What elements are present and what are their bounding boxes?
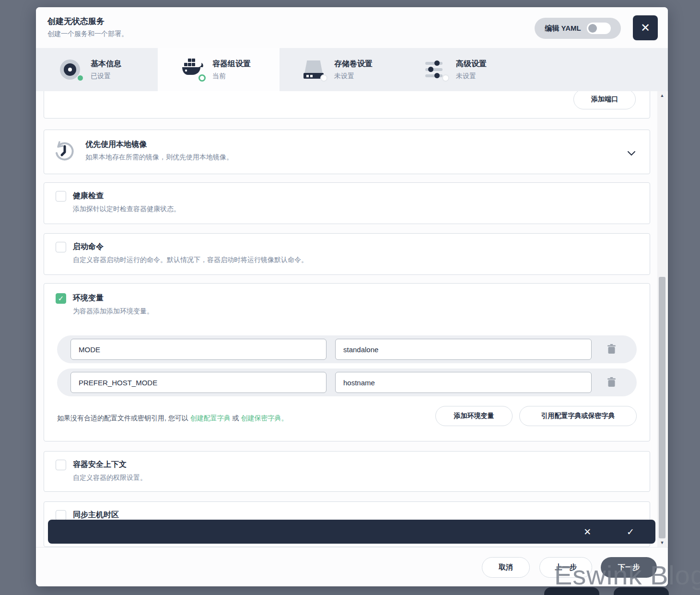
create-configmap-link[interactable]: 创建配置字典 — [190, 414, 231, 422]
confirm-edit-icon[interactable]: ✓ — [627, 526, 634, 537]
tab-status: 未设置 — [334, 72, 373, 81]
tab-status: 已设置 — [91, 72, 121, 81]
security-context-subtitle: 自定义容器的权限设置。 — [73, 474, 147, 482]
env-vars-checkbox[interactable]: ✓ — [56, 293, 66, 304]
tab-label: 基本信息 — [91, 59, 121, 69]
env-key-input[interactable] — [70, 372, 327, 393]
basic-info-icon — [60, 59, 82, 81]
page-subtitle: 创建一个服务和一个部署。 — [47, 30, 128, 38]
storage-icon — [303, 59, 326, 81]
scrollbar[interactable]: ▲ ▼ — [657, 91, 667, 547]
tab-basic-info[interactable]: 基本信息 已设置 — [36, 48, 158, 91]
scroll-down-arrow[interactable]: ▼ — [657, 540, 667, 545]
toggle-switch[interactable] — [587, 23, 611, 34]
security-context-card: 容器安全上下文 自定义容器的权限设置。 — [44, 451, 650, 492]
modal-content: 添加端口 优先使用本地镜像 如果本地存在所需的镜像，则优先使用本地镜像。 健康检… — [36, 91, 668, 547]
step-tabs: 基本信息 已设置 — [36, 48, 668, 91]
env-var-row — [57, 369, 637, 396]
tab-status: 未设置 — [456, 72, 487, 81]
start-command-title: 启动命令 — [73, 242, 104, 252]
docker-whale-icon — [182, 59, 204, 81]
local-image-title: 优先使用本地镜像 — [85, 140, 147, 150]
modal-footer: 取消 上一步 下一步 — [36, 547, 668, 586]
close-button[interactable]: ✕ — [633, 15, 658, 40]
step-pending-badge — [320, 74, 327, 82]
step-pending-badge — [442, 74, 449, 82]
cancel-button[interactable]: 取消 — [482, 557, 530, 578]
step-current-badge — [198, 74, 206, 82]
scroll-up-arrow[interactable]: ▲ — [657, 93, 667, 98]
next-step-button[interactable]: 下一步 — [601, 557, 657, 578]
add-env-var-label: 添加环境变量 — [454, 412, 494, 420]
env-value-input[interactable] — [335, 339, 592, 360]
tab-label: 高级设置 — [456, 59, 487, 69]
background-button-shape — [544, 587, 599, 595]
edit-yaml-label: 编辑 YAML — [545, 24, 581, 33]
create-stateless-service-modal: 创建无状态服务 创建一个服务和一个部署。 编辑 YAML ✕ 基本信息 已设置 — [36, 7, 668, 586]
toggle-knob — [588, 24, 597, 33]
check-icon: ✓ — [58, 294, 64, 303]
health-check-title: 健康检查 — [73, 191, 104, 201]
modal-header: 创建无状态服务 创建一个服务和一个部署。 编辑 YAML ✕ — [36, 7, 668, 48]
hint-or: 或 — [231, 414, 241, 422]
health-check-subtitle: 添加探针以定时检查容器健康状态。 — [73, 205, 180, 214]
add-port-label: 添加端口 — [591, 95, 618, 104]
ref-configmap-secret-label: 引用配置字典或保密字典 — [541, 412, 615, 420]
next-step-label: 下一步 — [618, 563, 640, 572]
step-done-badge — [77, 74, 84, 82]
local-image-card: 优先使用本地镜像 如果本地存在所需的镜像，则优先使用本地镜像。 — [44, 130, 650, 174]
edit-yaml-toggle[interactable]: 编辑 YAML — [535, 18, 621, 39]
env-vars-card: ✓ 环境变量 为容器添加添加环境变量。 — [44, 283, 650, 441]
env-value-input[interactable] — [335, 372, 592, 393]
sync-timezone-title: 同步主机时区 — [73, 510, 119, 520]
tab-label: 容器组设置 — [212, 59, 251, 69]
env-key-input[interactable] — [70, 339, 327, 360]
tab-volume-settings[interactable]: 存储卷设置 未设置 — [280, 48, 401, 91]
page-title: 创建无状态服务 — [47, 16, 105, 27]
background-button-shape — [614, 587, 669, 595]
scrollbar-thumb[interactable] — [659, 277, 665, 538]
sliders-icon — [425, 59, 447, 81]
ref-configmap-secret-button[interactable]: 引用配置字典或保密字典 — [519, 406, 637, 426]
tab-container-settings[interactable]: 容器组设置 当前 — [158, 48, 280, 91]
add-port-button[interactable]: 添加端口 — [573, 91, 636, 109]
edit-action-bar: ✕ ✓ — [48, 520, 655, 544]
trash-icon[interactable] — [607, 377, 616, 389]
tab-status: 当前 — [212, 72, 251, 81]
start-command-checkbox[interactable] — [56, 242, 66, 252]
hint-prefix: 如果没有合适的配置文件或密钥引用, 您可以 — [57, 414, 190, 422]
health-check-checkbox[interactable] — [56, 191, 66, 202]
start-command-card: 启动命令 自定义容器启动时运行的命令。默认情况下，容器启动时将运行镜像默认命令。 — [44, 233, 650, 275]
env-vars-title: 环境变量 — [73, 293, 104, 303]
start-command-subtitle: 自定义容器启动时运行的命令。默认情况下，容器启动时将运行镜像默认命令。 — [73, 256, 308, 264]
create-secret-link[interactable]: 创建保密字典。 — [241, 414, 288, 422]
sync-timezone-checkbox[interactable] — [56, 510, 66, 521]
history-icon — [54, 141, 76, 165]
security-context-title: 容器安全上下文 — [73, 460, 127, 470]
health-check-card: 健康检查 添加探针以定时检查容器健康状态。 — [44, 182, 650, 224]
env-vars-hint: 如果没有合适的配置文件或密钥引用, 您可以 创建配置字典 或 创建保密字典。 — [57, 414, 288, 423]
previous-step-label: 上一步 — [555, 563, 577, 572]
ports-card: 添加端口 — [44, 91, 650, 119]
tab-label: 存储卷设置 — [334, 59, 373, 69]
cancel-label: 取消 — [499, 563, 513, 572]
security-context-checkbox[interactable] — [56, 460, 66, 470]
tab-advanced-settings[interactable]: 高级设置 未设置 — [401, 48, 523, 91]
previous-step-button[interactable]: 上一步 — [539, 557, 592, 578]
add-env-var-button[interactable]: 添加环境变量 — [435, 406, 513, 426]
local-image-subtitle: 如果本地存在所需的镜像，则优先使用本地镜像。 — [85, 153, 233, 162]
close-icon: ✕ — [641, 21, 650, 35]
chevron-down-icon[interactable] — [628, 149, 635, 158]
env-vars-subtitle: 为容器添加添加环境变量。 — [73, 307, 153, 316]
trash-icon[interactable] — [607, 344, 616, 356]
cancel-edit-icon[interactable]: ✕ — [583, 526, 591, 537]
env-var-row — [57, 335, 637, 363]
